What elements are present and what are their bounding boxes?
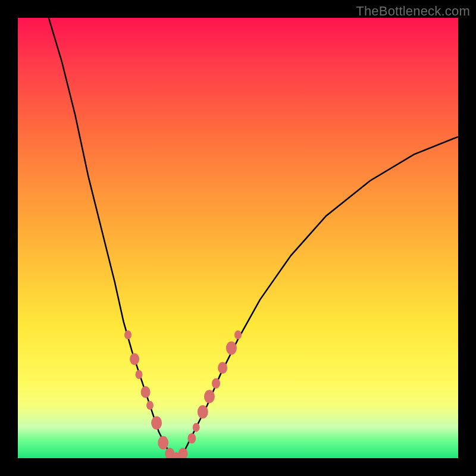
curve-svg xyxy=(18,18,458,458)
data-marker xyxy=(124,330,131,339)
data-marker xyxy=(187,433,196,444)
plot-area xyxy=(18,18,458,458)
data-marker xyxy=(198,405,208,419)
bottleneck-curve-left xyxy=(49,18,177,458)
data-marker xyxy=(193,423,200,432)
data-marker xyxy=(218,362,227,374)
data-marker xyxy=(141,386,151,398)
watermark-text: TheBottleneck.com xyxy=(356,4,470,19)
data-marker xyxy=(130,353,139,365)
data-marker xyxy=(158,436,168,450)
data-marker xyxy=(226,342,237,355)
data-marker xyxy=(234,330,242,339)
bottleneck-curve-right xyxy=(176,137,458,458)
data-marker xyxy=(204,390,215,403)
marker-group xyxy=(124,330,242,458)
data-marker xyxy=(146,401,154,410)
curve-group xyxy=(49,18,458,458)
data-marker xyxy=(136,370,143,379)
data-marker xyxy=(212,378,220,389)
chart-stage: TheBottleneck.com xyxy=(0,0,476,476)
data-marker xyxy=(178,448,188,458)
data-marker xyxy=(151,416,162,430)
